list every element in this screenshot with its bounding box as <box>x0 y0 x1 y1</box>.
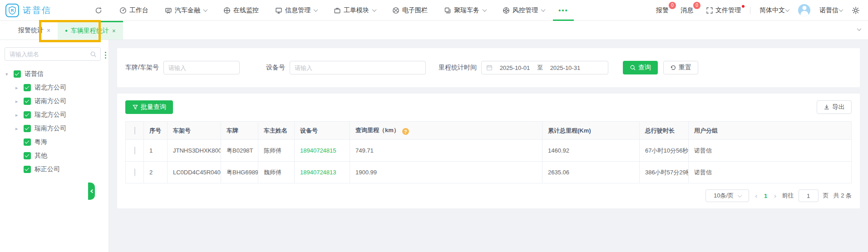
navbar-right: 报警 0 消息 0 文件管理 简体中文 诺普信 <box>656 4 860 16</box>
col-query-mileage: 查询里程（km）? <box>350 122 542 140</box>
checkbox-checked[interactable] <box>24 152 31 159</box>
menu-item-work-order[interactable]: 工单模块 <box>334 6 376 15</box>
menu-item-jurui-vehicle[interactable]: 聚瑞车务 <box>444 6 486 15</box>
workbench-icon <box>119 7 127 14</box>
date-range-picker[interactable]: 至 <box>481 61 608 74</box>
row-checkbox[interactable] <box>134 147 135 154</box>
group-search-input[interactable] <box>10 51 90 58</box>
tab-vehicle-mileage-stats[interactable]: • 车辆里程统计 × <box>58 21 123 40</box>
tree-arrow-expanded-icon[interactable]: ▾ <box>5 71 14 77</box>
search-icon <box>630 64 636 71</box>
device-filter-label: 设备号 <box>266 64 285 72</box>
filter-panel: 车牌/车架号 设备号 里程统计时间 至 查询 重置 <box>117 48 860 87</box>
info-mgmt-icon <box>275 7 282 14</box>
checkbox-checked[interactable] <box>14 70 21 78</box>
tree-node[interactable]: 其他 <box>0 149 108 163</box>
prev-page-button[interactable]: ‹ <box>754 192 758 200</box>
menu-item-risk-mgmt[interactable]: 风控管理 <box>503 6 545 15</box>
chevron-down-icon <box>372 7 377 12</box>
chevron-down-icon <box>314 7 318 12</box>
main-content: 车牌/车架号 设备号 里程统计时间 至 查询 重置 <box>109 40 868 252</box>
tree-node-root[interactable]: ▾ 诺普信 <box>0 67 108 81</box>
tree-node[interactable]: ▸ 瑞南方公司 <box>0 122 108 135</box>
brand[interactable]: R 诺普信 <box>5 4 51 17</box>
menu-item-auto-finance[interactable]: 汽车金融 <box>165 6 207 15</box>
group-search-box <box>5 47 101 61</box>
current-page[interactable]: 1 <box>763 193 768 199</box>
close-icon[interactable]: × <box>112 27 116 35</box>
avatar[interactable] <box>798 4 810 16</box>
checkbox-checked[interactable] <box>24 84 31 91</box>
menu-item-workbench[interactable]: 工作台 <box>119 6 148 15</box>
chevron-down-icon <box>483 7 487 12</box>
more-vertical-icon[interactable] <box>104 51 107 59</box>
jurui-vehicle-icon <box>444 7 451 14</box>
tree-node[interactable]: ▸ 诺北方公司 <box>0 81 108 94</box>
page-unit-label: 页 <box>823 192 829 200</box>
brand-name: 诺普信 <box>23 5 51 16</box>
tree-node[interactable]: ▸ 诺南方公司 <box>0 94 108 108</box>
pagination: 10条/页 ‹ 1 › 前往 页 共 2 条 <box>125 189 852 202</box>
help-icon[interactable]: ? <box>402 128 409 135</box>
active-menu-underline <box>553 20 574 21</box>
tree-arrow-collapsed-icon[interactable]: ▸ <box>15 99 24 104</box>
menu-item-geofence[interactable]: 电子围栏 <box>392 6 428 15</box>
menu-item-info-mgmt[interactable]: 信息管理 <box>275 6 317 15</box>
refresh-icon[interactable] <box>95 7 102 14</box>
export-button[interactable]: 导出 <box>817 100 852 114</box>
checkbox-checked[interactable] <box>24 98 31 105</box>
org-tree: ▾ 诺普信 ▸ 诺北方公司 ▸ 诺南方公司 ▸ 瑞北方公司 ▸ <box>0 67 108 176</box>
tree-node[interactable]: 粤海 <box>0 135 108 149</box>
language-selector[interactable]: 简体中文 <box>760 6 789 15</box>
device-link[interactable]: 18940724815 <box>300 147 336 154</box>
goto-page-input[interactable] <box>799 189 819 202</box>
checkbox-checked[interactable] <box>24 166 31 173</box>
gear-icon[interactable] <box>852 6 860 15</box>
date-end-input[interactable] <box>547 64 584 71</box>
device-filter-input[interactable] <box>290 61 426 74</box>
close-icon[interactable]: × <box>47 27 50 34</box>
filter-funnel-icon <box>132 104 138 110</box>
main-menu: 工作台 汽车金融 在线监控 信息管理 工单模块 电子围栏 聚瑞车务 <box>119 6 545 15</box>
menu-more-dots[interactable]: ••• <box>558 0 568 21</box>
chevron-down-icon <box>738 193 742 198</box>
menu-item-online-monitor[interactable]: 在线监控 <box>223 6 259 15</box>
tree-arrow-collapsed-icon[interactable]: ▸ <box>15 112 24 118</box>
work-order-icon <box>334 7 341 14</box>
tab-strip: 报警统计 × • 车辆里程统计 × <box>0 21 868 40</box>
batch-query-button[interactable]: 批量查询 <box>125 100 173 114</box>
tree-node[interactable]: 标正公司 <box>0 163 108 176</box>
search-icon[interactable] <box>90 51 97 58</box>
checkbox-checked[interactable] <box>24 111 31 119</box>
tab-list-caret-icon[interactable] <box>857 26 862 31</box>
query-button[interactable]: 查询 <box>623 61 658 74</box>
sidebar-collapse-handle[interactable] <box>88 183 95 200</box>
user-menu[interactable]: 诺普信 <box>819 6 843 15</box>
tab-alarm-stats[interactable]: 报警统计 × <box>11 21 58 40</box>
online-monitor-icon <box>223 7 231 14</box>
risk-mgmt-icon <box>503 7 510 14</box>
per-page-select[interactable]: 10条/页 <box>705 189 749 202</box>
alarm-button[interactable]: 报警 0 <box>656 6 669 15</box>
file-mgmt-button[interactable]: 文件管理 <box>706 6 741 15</box>
checkbox-checked[interactable] <box>24 138 31 146</box>
checkbox-checked[interactable] <box>24 125 31 132</box>
device-link[interactable]: 18940724813 <box>300 169 336 176</box>
message-button[interactable]: 消息 0 <box>681 6 693 15</box>
date-start-input[interactable] <box>496 64 533 71</box>
chevron-down-icon <box>785 7 790 12</box>
active-dot-icon: • <box>65 27 68 35</box>
col-user-group: 用户分组 <box>689 122 852 140</box>
plate-filter-input[interactable] <box>163 61 240 74</box>
tree-node[interactable]: ▸ 瑞北方公司 <box>0 108 108 122</box>
chevron-down-icon <box>839 7 843 12</box>
tree-arrow-collapsed-icon[interactable]: ▸ <box>15 85 24 91</box>
col-seq: 序号 <box>144 122 168 140</box>
row-checkbox[interactable] <box>134 168 135 176</box>
message-badge: 0 <box>693 2 700 9</box>
reset-button[interactable]: 重置 <box>663 61 698 74</box>
next-page-button[interactable]: › <box>773 192 777 200</box>
select-all-checkbox[interactable] <box>134 127 135 134</box>
tree-arrow-collapsed-icon[interactable]: ▸ <box>15 126 24 132</box>
shield-logo-icon: R <box>5 4 19 17</box>
